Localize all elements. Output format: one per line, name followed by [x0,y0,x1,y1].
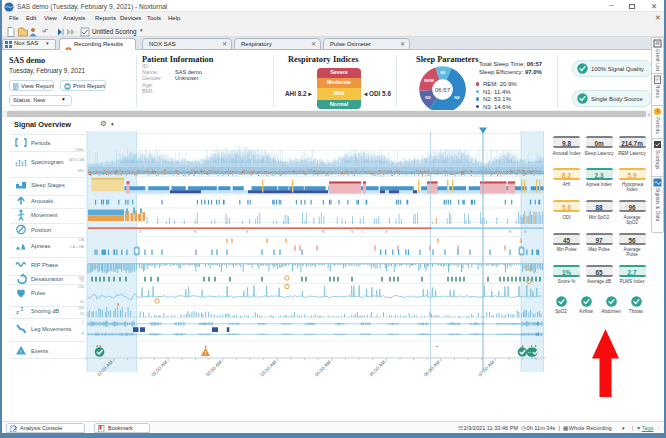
svg-text:S: S [139,230,142,234]
svg-text:L: L [362,230,364,234]
svg-text:N3: N3 [425,95,431,100]
svg-text:01:00 AM: 01:00 AM [150,360,168,378]
svg-text:N1: N1 [440,70,446,75]
svg-text:S: S [351,230,354,234]
svg-text:02:00 AM: 02:00 AM [205,360,223,378]
svg-text:05:00 AM: 05:00 AM [368,360,386,378]
svg-text:06:57: 06:57 [435,86,451,92]
svg-text:R: R [509,230,512,234]
svg-text:07:00 AM: 07:00 AM [477,360,495,378]
svg-text:R: R [194,230,197,234]
svg-text:06:00 AM: 06:00 AM [423,360,441,378]
svg-text:REM: REM [424,78,434,83]
svg-text:z: z [16,309,19,315]
svg-text:Z: Z [21,307,24,312]
svg-text:03:00 AM: 03:00 AM [259,360,277,378]
svg-text:S: S [385,230,388,234]
svg-text:N2: N2 [454,95,460,100]
svg-text:R: R [322,230,325,234]
svg-text:04:00 AM: 04:00 AM [314,360,332,378]
svg-text:S: S [246,230,249,234]
